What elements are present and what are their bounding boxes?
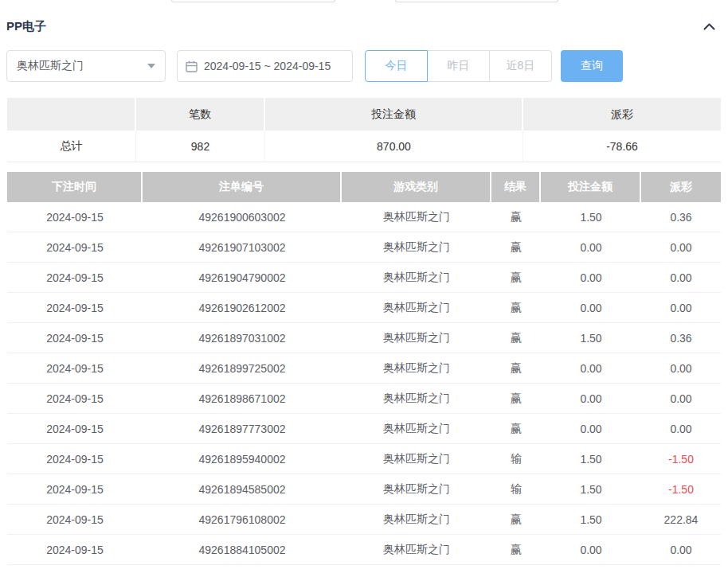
col-header-bet-amount: 投注金额 xyxy=(541,172,641,202)
cell-result: 赢 xyxy=(491,384,541,414)
date-range-value: 2024-09-15 ~ 2024-09-15 xyxy=(204,60,331,72)
cell-bet-amount: 0.00 xyxy=(541,293,641,323)
cell-order-id: 49261894585002 xyxy=(143,474,342,505)
table-row: 2024-09-15 49261899725002 奥林匹斯之门 赢 0.00 … xyxy=(7,353,721,384)
cell-order-id: 49261898671002 xyxy=(143,384,342,414)
summary-header-blank xyxy=(7,98,136,131)
chevron-down-icon xyxy=(147,64,155,68)
cell-order-id: 49261884105002 xyxy=(143,535,342,565)
cell-bet-amount: 0.00 xyxy=(541,263,641,293)
cell-order-id: 49261796108002 xyxy=(143,505,342,535)
cell-payout: 0.00 xyxy=(641,384,721,414)
cell-result: 赢 xyxy=(491,232,541,263)
cell-payout: 0.00 xyxy=(641,263,721,293)
quick-button-yesterday[interactable]: 昨日 xyxy=(427,50,490,82)
summary-table: 笔数 投注金额 派彩 总计 982 870.00 -78.66 xyxy=(7,98,721,162)
table-row: 2024-09-15 49261796108002 奥林匹斯之门 赢 1.50 … xyxy=(7,505,721,535)
summary-payout: -78.66 xyxy=(523,131,721,162)
cell-game-type: 奥林匹斯之门 xyxy=(342,353,491,384)
cell-order-id: 49261895940002 xyxy=(143,444,342,474)
quick-button-today[interactable]: 今日 xyxy=(365,50,428,82)
cell-payout: 222.84 xyxy=(641,505,721,535)
cutoff-input-top-left xyxy=(171,0,335,2)
table-row: 2024-09-15 49261904790002 奥林匹斯之门 赢 0.00 … xyxy=(7,263,721,293)
cell-game-type: 奥林匹斯之门 xyxy=(342,384,491,414)
cell-bet-time: 2024-09-15 xyxy=(7,444,143,474)
cell-game-type: 奥林匹斯之门 xyxy=(342,414,491,444)
col-header-payout: 派彩 xyxy=(641,172,721,202)
col-header-bet-time: 下注时间 xyxy=(7,172,143,202)
col-header-game-type: 游戏类别 xyxy=(342,172,491,202)
summary-header-bet-amount: 投注金额 xyxy=(265,98,523,131)
cell-bet-amount: 1.50 xyxy=(541,202,641,232)
cell-bet-amount: 0.00 xyxy=(541,384,641,414)
bet-table-body: 2024-09-15 49261900603002 奥林匹斯之门 赢 1.50 … xyxy=(7,202,721,565)
cell-game-type: 奥林匹斯之门 xyxy=(342,474,491,505)
cell-game-type: 奥林匹斯之门 xyxy=(342,505,491,535)
cell-bet-amount: 0.00 xyxy=(541,535,641,565)
summary-bet-amount: 870.00 xyxy=(265,131,523,162)
cell-bet-time: 2024-09-15 xyxy=(7,474,143,505)
table-row: 2024-09-15 49261897773002 奥林匹斯之门 赢 0.00 … xyxy=(7,414,721,444)
cell-bet-amount: 1.50 xyxy=(541,323,641,353)
bet-table: 下注时间 注单编号 游戏类别 结果 投注金额 派彩 2024-09-15 492… xyxy=(7,172,721,573)
cell-result: 赢 xyxy=(491,263,541,293)
cell-bet-time: 2024-09-15 xyxy=(7,323,143,353)
cell-bet-time: 2024-09-15 xyxy=(7,202,143,232)
cell-bet-time: 2024-09-15 xyxy=(7,353,143,384)
cell-bet-time: 2024-09-15 xyxy=(7,535,143,565)
cell-order-id: 49261902612002 xyxy=(143,293,342,323)
table-row: 2024-09-15 49261907103002 奥林匹斯之门 赢 0.00 … xyxy=(7,232,721,263)
cell-result: 赢 xyxy=(491,323,541,353)
cell-result: 赢 xyxy=(491,293,541,323)
quick-button-last8days[interactable]: 近8日 xyxy=(489,50,552,82)
summary-header-payout: 派彩 xyxy=(523,98,721,131)
cell-order-id: 49261904790002 xyxy=(143,263,342,293)
summary-count: 982 xyxy=(136,131,265,162)
cell-bet-time: 2024-09-15 xyxy=(7,232,143,263)
table-row: 2024-09-15 49261894585002 奥林匹斯之门 输 1.50 … xyxy=(7,474,721,505)
cell-bet-time: 2024-09-15 xyxy=(7,263,143,293)
cell-game-type: 奥林匹斯之门 xyxy=(342,263,491,293)
summary-header-count: 笔数 xyxy=(136,98,265,131)
date-range-input[interactable]: 2024-09-15 ~ 2024-09-15 xyxy=(177,50,353,82)
cell-result: 赢 xyxy=(491,202,541,232)
cell-order-id: 49261897031002 xyxy=(143,323,342,353)
cell-payout: -1.50 xyxy=(641,444,721,474)
table-row: 2024-09-15 49261895940002 奥林匹斯之门 输 1.50 … xyxy=(7,444,721,474)
cell-game-type: 奥林匹斯之门 xyxy=(342,444,491,474)
cell-game-type: 奥林匹斯之门 xyxy=(342,293,491,323)
cell-order-id: 49261900603002 xyxy=(143,202,342,232)
cell-bet-time: 2024-09-15 xyxy=(7,505,143,535)
summary-header-row: 笔数 投注金额 派彩 xyxy=(7,98,721,131)
cell-result: 赢 xyxy=(491,535,541,565)
cell-payout: 0.00 xyxy=(641,414,721,444)
summary-total-row: 总计 982 870.00 -78.66 xyxy=(7,131,721,162)
cell-payout: 0.00 xyxy=(641,353,721,384)
cell-order-id: 49261899725002 xyxy=(143,353,342,384)
cell-payout: 0.00 xyxy=(641,232,721,263)
search-button[interactable]: 查询 xyxy=(561,50,623,82)
cell-payout: 0.00 xyxy=(641,293,721,323)
game-select[interactable]: 奥林匹斯之门 xyxy=(6,50,166,82)
cell-game-type: 奥林匹斯之门 xyxy=(342,232,491,263)
table-row: 2024-09-15 49261897031002 奥林匹斯之门 赢 1.50 … xyxy=(7,323,721,353)
cell-payout: 0.36 xyxy=(641,323,721,353)
table-row: 2024-09-15 49261898671002 奥林匹斯之门 赢 0.00 … xyxy=(7,384,721,414)
collapse-button[interactable] xyxy=(703,23,715,30)
panel-title: PP电子 xyxy=(6,19,46,34)
cell-bet-time: 2024-09-15 xyxy=(7,293,143,323)
bet-table-header: 下注时间 注单编号 游戏类别 结果 投注金额 派彩 xyxy=(7,172,721,202)
quick-range-group: 今日 昨日 近8日 xyxy=(365,50,552,82)
cell-result: 赢 xyxy=(491,505,541,535)
calendar-icon xyxy=(186,60,198,72)
game-select-value: 奥林匹斯之门 xyxy=(17,59,84,73)
cell-bet-amount: 1.50 xyxy=(541,505,641,535)
panel-header: PP电子 xyxy=(6,16,715,37)
table-row: 2024-09-15 49261884105002 奥林匹斯之门 赢 0.00 … xyxy=(7,535,721,565)
col-header-result: 结果 xyxy=(491,172,541,202)
cell-bet-amount: 0.00 xyxy=(541,353,641,384)
cell-result: 赢 xyxy=(491,414,541,444)
cell-bet-amount: 1.50 xyxy=(541,474,641,505)
filter-bar: 奥林匹斯之门 2024-09-15 ~ 2024-09-15 今日 昨日 近8日… xyxy=(6,50,623,82)
